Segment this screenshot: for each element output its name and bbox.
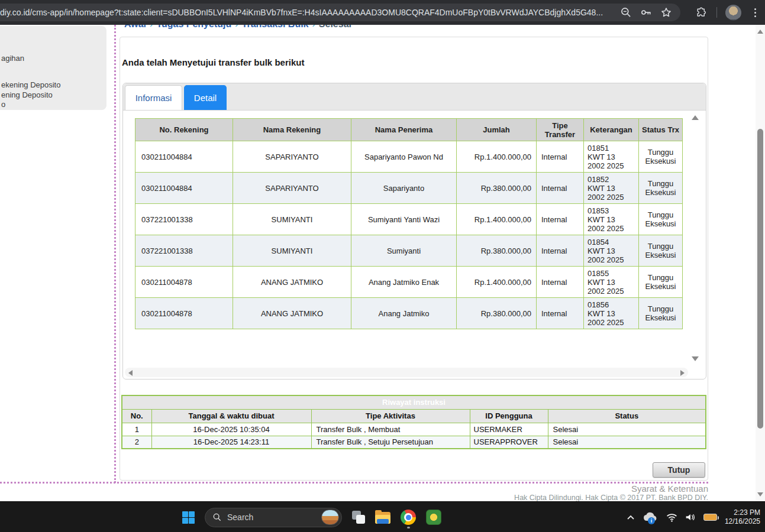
table-cell: Selesai (548, 423, 706, 436)
onedrive-badge: i (648, 517, 655, 524)
table-cell: Sapariyanto Pawon Nd (351, 141, 457, 173)
table-scroll-up-icon[interactable] (692, 115, 699, 120)
main-content-panel: Anda telah Menyetujui transfer bulk beri… (120, 37, 708, 481)
table-cell: 037221001338 (135, 235, 233, 267)
table-cell: 01856 KWT 13 2002 2025 (584, 298, 639, 329)
battery-icon[interactable] (703, 514, 717, 521)
table-row: 030211004878ANANG JATMIKOAnang Jatmiko E… (135, 267, 683, 298)
search-highlight-image[interactable] (321, 510, 339, 525)
col-header-tipe-aktivitas: Tipe Aktivitas (311, 409, 470, 423)
table-cell: Sumiyanti (351, 235, 457, 267)
tray-chevron-up-icon[interactable] (627, 514, 635, 520)
table-cell: USERMAKER (470, 423, 548, 436)
tab-content: No. Rekening Nama Rekening Nama Penerima… (123, 111, 706, 379)
table-cell: 030211004884 (135, 173, 233, 204)
volume-icon[interactable] (685, 512, 696, 522)
bank-app-button[interactable] (426, 510, 441, 525)
breadcrumb-current: Selesai (319, 25, 351, 29)
table-cell: 01854 KWT 13 2002 2025 (584, 235, 639, 267)
onedrive-icon[interactable]: i (643, 511, 659, 523)
table-scroll-down-icon[interactable] (692, 356, 699, 361)
scrollbar-thumb[interactable] (757, 129, 763, 429)
sidebar-item-rekening-deposito-1[interactable]: ekening Deposito (1, 80, 60, 89)
table-cell: Rp.1.400.000,00 (457, 204, 537, 235)
tutup-button[interactable]: Tutup (653, 462, 705, 478)
taskbar-clock[interactable]: 2:23 PM 12/16/2025 (725, 508, 760, 526)
col-header-nama-penerima: Nama Penerima (351, 119, 457, 141)
detail-table-header-row: No. Rekening Nama Rekening Nama Penerima… (135, 119, 683, 141)
chrome-button[interactable] (401, 510, 416, 525)
col-header-no-rekening: No. Rekening (135, 119, 233, 141)
breadcrumb-separator: › (231, 25, 241, 29)
col-header-id-pengguna: ID Pengguna (470, 409, 548, 423)
breadcrumb-link-tugas-penyetuju[interactable]: Tugas Penyetuju (156, 25, 231, 29)
table-cell: 01855 KWT 13 2002 2025 (584, 267, 639, 298)
start-button[interactable] (182, 511, 195, 524)
table-horizontal-scrollbar[interactable] (125, 368, 688, 377)
history-table: Riwayat instruksi No. Tanggal & waktu di… (121, 395, 706, 449)
history-title-row: Riwayat instruksi (122, 395, 706, 409)
table-cell: Anang Jatmiko Enak (351, 267, 457, 298)
sidebar-item-rekening-deposito-2[interactable]: ening Deposito (1, 90, 53, 99)
table-cell: Rp.1.400.000,00 (457, 141, 537, 173)
col-header-no: No. (122, 409, 151, 423)
table-cell: ANANG JATMIKO (233, 298, 351, 329)
scroll-down-icon[interactable] (757, 492, 763, 497)
profile-avatar[interactable] (725, 5, 741, 21)
address-bar[interactable]: diy.co.id/cms-app/in/homepage?t:state:cl… (0, 4, 680, 21)
table-cell: 1 (122, 423, 151, 436)
search-icon (212, 512, 222, 522)
table-cell: Transfer Bulk , Membuat (311, 423, 470, 436)
extensions-icon[interactable] (696, 7, 707, 18)
table-cell: SAPARIYANTO (233, 173, 351, 204)
file-explorer-button[interactable] (375, 512, 390, 524)
breadcrumb-link-awal[interactable]: Awal (124, 25, 146, 29)
page-scrollbar[interactable] (756, 25, 765, 501)
table-cell: Sapariyanto (351, 173, 457, 204)
clock-time: 2:23 PM (725, 508, 760, 517)
bookmark-star-icon[interactable] (660, 7, 672, 18)
tab-strip: Informasi Detail (123, 83, 706, 111)
content-divider-vertical (114, 25, 116, 483)
table-cell: Anang Jatmiko (351, 298, 457, 329)
table-row: 037221001338SUMIYANTISumiyantiRp.380.000… (135, 235, 683, 267)
menu-kebab-icon[interactable] (750, 7, 760, 18)
scroll-up-icon[interactable] (757, 30, 763, 34)
wifi-icon[interactable] (666, 513, 677, 522)
copyright-text: Hak Cipta Dilindungi. Hak Cipta © 2017 P… (514, 494, 708, 502)
tab-detail[interactable]: Detail (184, 85, 227, 110)
table-cell: Tunggu Eksekusi (639, 298, 683, 329)
key-icon[interactable] (640, 7, 652, 18)
taskbar-search-box[interactable]: Search (205, 508, 342, 527)
table-cell: 16-Dec-2025 14:23:11 (151, 436, 311, 449)
table-cell: Internal (537, 141, 584, 173)
table-cell: 01851 KWT 13 2002 2025 (584, 141, 639, 173)
table-cell: Internal (537, 267, 584, 298)
col-header-status: Status (548, 409, 706, 423)
table-cell: 030211004878 (135, 298, 233, 329)
table-cell: 2 (122, 436, 151, 449)
detail-table: No. Rekening Nama Rekening Nama Penerima… (135, 118, 683, 329)
table-row: 037221001338SUMIYANTISumiyanti Yanti Waz… (135, 204, 683, 235)
transfer-detail-panel: Informasi Detail No. Rekening Nama Reken… (122, 83, 706, 379)
sidebar-item-tagihan[interactable]: agihan (1, 54, 24, 63)
table-cell: 037221001338 (135, 204, 233, 235)
table-cell: 16-Dec-2025 10:35:04 (151, 423, 311, 436)
col-header-tipe-transfer: Tipe Transfer (537, 119, 584, 141)
sidebar-menu: agihan ekening Deposito ening Deposito o (0, 26, 106, 110)
zoom-icon[interactable] (620, 7, 632, 18)
task-view-button[interactable] (352, 511, 365, 524)
screen: diy.co.id/cms-app/in/homepage?t:state:cl… (0, 0, 765, 532)
history-header-row: No. Tanggal & waktu dibuat Tipe Aktivita… (122, 409, 706, 423)
table-cell: SUMIYANTI (233, 204, 351, 235)
tab-informasi[interactable]: Informasi (125, 85, 182, 110)
breadcrumb-link-transaksi-bulk[interactable]: Transaksi Bulk (242, 25, 309, 29)
table-cell: Sumiyanti Yanti Wazi (351, 204, 457, 235)
terms-link[interactable]: Syarat & Ketentuan (631, 484, 708, 494)
table-scroll-right-icon[interactable] (680, 370, 685, 376)
sidebar-item-giro[interactable]: o (1, 100, 5, 109)
table-cell: 01853 KWT 13 2002 2025 (584, 204, 639, 235)
breadcrumb-separator: › (309, 25, 319, 29)
table-scroll-left-icon[interactable] (128, 370, 133, 376)
breadcrumb-separator: › (146, 25, 156, 29)
